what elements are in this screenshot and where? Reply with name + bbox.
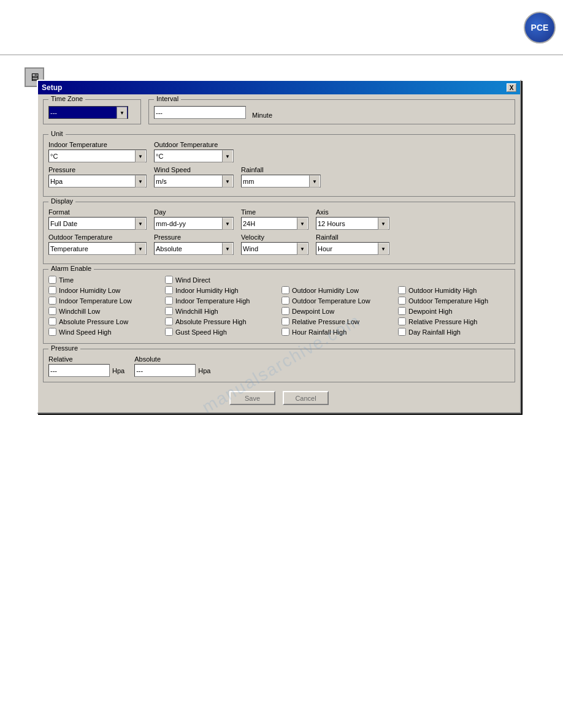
alarm-rel-pressure-high: Relative Pressure High <box>398 317 510 325</box>
alarm-outdoor-humidity-high: Outdoor Humidity High <box>398 286 510 294</box>
alarm-rel-pressure-high-label: Relative Pressure High <box>408 318 478 325</box>
alarm-rel-pressure-high-cb[interactable] <box>398 317 406 325</box>
rainfall-display-wrapper: Hour <box>316 242 389 255</box>
alarm-outdoor-humidity-low-cb[interactable] <box>282 286 289 294</box>
time-label: Time <box>241 208 308 216</box>
day-label: Day <box>154 208 234 216</box>
alarm-abs-pressure-high-cb[interactable] <box>165 317 173 325</box>
alarm-indoor-temp-low-label: Indoor Temperature Low <box>59 297 132 305</box>
alarm-time-label: Time <box>59 276 74 284</box>
time-select[interactable]: 24H <box>241 217 308 230</box>
alarm-indoor-temp-high-cb[interactable] <box>165 297 173 305</box>
alarm-abs-pressure-high: Absolute Pressure High <box>165 317 277 325</box>
alarm-windchill-high-cb[interactable] <box>165 307 173 315</box>
axis-field: Axis 12 Hours <box>316 208 389 230</box>
absolute-pressure-input[interactable] <box>134 364 196 377</box>
absolute-pressure-field: Absolute Hpa <box>134 355 210 377</box>
relative-unit-label: Hpa <box>112 367 124 374</box>
alarm-wind-direct-checkbox[interactable] <box>165 276 173 284</box>
alarm-hour-rainfall-high-label: Hour Rainfall High <box>292 328 347 336</box>
rainfall-unit-select[interactable]: mm <box>241 175 321 188</box>
alarm-windchill-low-label: Windchill Low <box>59 308 100 315</box>
alarm-outdoor-temp-low-label: Outdoor Temperature Low <box>292 297 370 305</box>
rainfall-unit-field: Rainfall mm <box>241 166 321 188</box>
alarm-dewpoint-high-label: Dewpoint High <box>408 308 453 315</box>
alarm-dewpoint-high-cb[interactable] <box>398 307 406 315</box>
alarm-outdoor-temp-high-cb[interactable] <box>398 297 406 305</box>
pressure-display-select[interactable]: Absolute <box>154 242 234 255</box>
rainfall-display-select[interactable]: Hour <box>316 242 389 255</box>
alarm-rel-pressure-low-cb[interactable] <box>282 317 289 325</box>
alarm-indoor-humidity-low-cb[interactable] <box>48 286 56 294</box>
top-bar: PCE <box>0 0 563 55</box>
pressure-unit-select-wrapper: Hpa <box>48 175 147 188</box>
alarm-gust-speed-high-cb[interactable] <box>165 328 173 336</box>
alarm-time-checkbox[interactable] <box>48 276 56 284</box>
format-label: Format <box>48 208 147 216</box>
display-legend: Display <box>48 197 75 205</box>
timezone-select[interactable]: --- <box>48 106 128 119</box>
rainfall-display-label: Rainfall <box>316 233 389 241</box>
dialog-close-button[interactable]: X <box>507 83 516 92</box>
alarm-hour-rainfall-high-cb[interactable] <box>282 328 289 336</box>
alarm-indoor-humidity-low-label: Indoor Humidity Low <box>59 287 120 294</box>
format-select-wrapper: Full Date <box>48 217 147 230</box>
alarm-indoor-humidity-high: Indoor Humidity High <box>165 286 277 294</box>
alarm-outdoor-humidity-high-cb[interactable] <box>398 286 406 294</box>
day-field: Day mm-dd-yy <box>154 208 234 230</box>
wind-speed-field: Wind Speed m/s <box>154 166 234 188</box>
alarm-indoor-humidity-high-label: Indoor Humidity High <box>175 287 239 294</box>
alarm-windchill-high-label: Windchill High <box>175 308 218 315</box>
alarm-outdoor-temp-low-cb[interactable] <box>282 297 289 305</box>
alarm-indoor-temp-low: Indoor Temperature Low <box>48 297 160 305</box>
alarm-group: Alarm Enable Time Wind Direct <box>43 269 515 344</box>
pressure-unit-label: Pressure <box>48 166 147 173</box>
wind-speed-select[interactable]: m/s <box>154 175 234 188</box>
pressure-unit-select[interactable]: Hpa <box>48 175 147 188</box>
pressure-display-field: Pressure Absolute <box>154 233 234 255</box>
rainfall-unit-select-wrapper: mm <box>241 175 321 188</box>
alarm-wind-speed-high-cb[interactable] <box>48 328 56 336</box>
velocity-select-wrapper: Wind <box>241 242 308 255</box>
velocity-field: Velocity Wind <box>241 233 308 255</box>
outdoor-temp-select[interactable]: °C <box>154 150 234 162</box>
alarm-wind-speed-high: Wind Speed High <box>48 328 160 336</box>
relative-pressure-input[interactable] <box>48 364 110 377</box>
alarm-outdoor-temp-high-label: Outdoor Temperature High <box>408 297 488 305</box>
day-select[interactable]: mm-dd-yy <box>154 217 234 230</box>
alarm-indoor-temp-high: Indoor Temperature High <box>165 297 277 305</box>
format-select[interactable]: Full Date <box>48 217 147 230</box>
outdoor-temp-label: Outdoor Temperature <box>154 141 234 148</box>
display-group: Display Format Full Date Day <box>43 202 515 264</box>
indoor-temp-select[interactable]: °C <box>48 150 147 162</box>
alarm-abs-pressure-low-label: Absolute Pressure Low <box>59 318 128 325</box>
alarm-dewpoint-low-cb[interactable] <box>282 307 289 315</box>
save-button[interactable]: Save <box>229 391 275 405</box>
cancel-button[interactable]: Cancel <box>283 391 329 405</box>
outdoor-temp-display-wrapper: Temperature <box>48 242 147 255</box>
relative-pressure-field: Relative Hpa <box>48 355 124 377</box>
velocity-select[interactable]: Wind <box>241 242 308 255</box>
outdoor-temp-display-field: Outdoor Temperature Temperature <box>48 233 147 255</box>
rainfall-unit-label: Rainfall <box>241 166 321 173</box>
interval-unit-label: Minute <box>252 112 272 119</box>
dialog-titlebar: Setup X <box>38 81 520 94</box>
axis-select[interactable]: 12 Hours <box>316 217 389 230</box>
alarm-outdoor-humidity-low: Outdoor Humidity Low <box>282 286 393 294</box>
dialog-content: Time Zone --- Interval Minute <box>38 94 520 412</box>
alarm-abs-pressure-low: Absolute Pressure Low <box>48 317 160 325</box>
alarm-day-rainfall-high-cb[interactable] <box>398 328 406 336</box>
pressure-unit-field: Pressure Hpa <box>48 166 147 188</box>
axis-select-wrapper: 12 Hours <box>316 217 389 230</box>
alarm-abs-pressure-low-cb[interactable] <box>48 317 56 325</box>
alarm-indoor-temp-low-cb[interactable] <box>48 297 56 305</box>
alarm-dewpoint-high: Dewpoint High <box>398 307 510 315</box>
alarm-windchill-low-cb[interactable] <box>48 307 56 315</box>
alarm-outdoor-humidity-low-label: Outdoor Humidity Low <box>292 287 359 294</box>
interval-input[interactable] <box>154 106 246 119</box>
outdoor-temp-display-select[interactable]: Temperature <box>48 242 147 255</box>
timezone-group: Time Zone --- <box>43 99 141 124</box>
alarm-indoor-humidity-high-cb[interactable] <box>165 286 173 294</box>
pressure-display-wrapper: Absolute <box>154 242 234 255</box>
alarm-wind-speed-high-label: Wind Speed High <box>59 328 112 336</box>
